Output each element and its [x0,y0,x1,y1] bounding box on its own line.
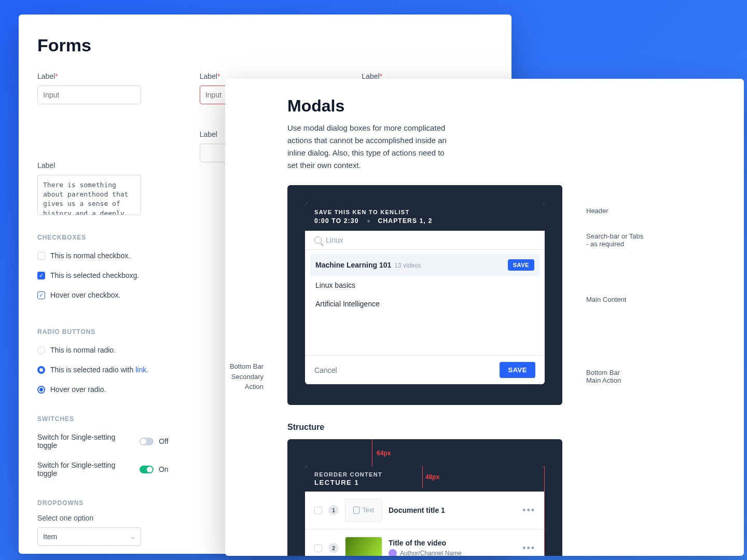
field-label-plain: Label [37,161,169,170]
textarea[interactable]: There is something about parenthood that… [37,175,141,215]
checkboxes-section-title: CHECKBOXES [37,234,169,241]
checkbox[interactable] [37,252,45,260]
text-input[interactable] [37,86,141,104]
radio-link[interactable]: link. [135,366,148,374]
modal-header-title: SAVE THIS KEN TO KENLIST [314,209,535,215]
item-title: Title of the video [389,539,462,547]
field-label: Label* [37,72,169,80]
checkbox-label: Hover over checkbox. [50,291,120,299]
switch-off[interactable] [140,438,154,445]
result-row[interactable]: Machine Learning 10113 videos SAVE [310,254,540,276]
modal-example-frame: SAVE THIS KEN TO KENLIST 0:00 TO 2:30 CH… [287,185,562,405]
switch-label: Switch for Single-setting toggle [37,461,134,478]
switch-state: Off [159,437,168,445]
list-item[interactable]: 1 Text Document title 1 ••• [305,492,545,529]
save-button[interactable]: SAVE [500,362,535,378]
modals-card: Modals Use modal dialog boxes for more c… [225,79,744,556]
modals-title: Modals [225,96,744,122]
list-item[interactable]: 2 Title of the video Author/Channel Name… [305,529,545,556]
modal-header-chapters: CHAPTERS 1, 2 [378,217,433,225]
save-pill-button[interactable]: SAVE [508,259,534,271]
anno-search-tabs: Search-bar or Tabs [586,232,676,240]
anno-search-tabs-sub: - as required [586,240,676,248]
radio-section-title: RADIO BUTTONS [37,328,169,335]
item-author: Author/Channel Name [400,550,462,556]
dropdown[interactable]: Item⌄ [37,527,141,546]
radio-label: This is selected radio with link. [50,366,148,374]
modal-dialog: SAVE THIS KEN TO KENLIST 0:00 TO 2:30 CH… [305,203,545,384]
search-icon [314,236,322,244]
more-icon[interactable]: ••• [522,505,535,516]
radio-hover[interactable] [37,386,45,394]
structure-example-frame: 64px 48px REORDER CONTENT LECTURE 1 1 Te… [287,439,562,556]
modal-header-time: 0:00 TO 2:30 [314,217,359,225]
checkbox-label: This is normal checkbox. [50,251,130,260]
checkbox[interactable] [314,507,322,514]
item-number-badge: 2 [328,543,339,553]
item-thumb-text: Text [345,499,382,522]
switch-label: Switch for Single-setting toggle [37,433,134,450]
modal-header: REORDER CONTENT LECTURE 1 [305,466,545,492]
checkbox-hover[interactable]: ✓ [37,291,45,299]
anno-bottom-bar: Bottom Bar [586,369,676,376]
search-value: Linux [326,236,343,244]
modal-header: SAVE THIS KEN TO KENLIST 0:00 TO 2:30 CH… [305,203,545,231]
checkbox-checked[interactable]: ✓ [37,272,45,279]
modal-results: Machine Learning 10113 videos SAVE Linux… [305,250,545,355]
dimension-label: 64px [377,450,391,457]
dropdowns-section-title: DROPDOWNS [37,499,169,507]
forms-title: Forms [37,35,493,55]
left-annotation-col: Bottom Bar Secondary Action [225,185,287,392]
checkbox[interactable] [314,544,322,552]
item-thumb-video [345,537,382,556]
anno-secondary-action: Secondary Action [225,372,264,392]
cancel-button[interactable]: Cancel [314,366,337,374]
anno-header: Header [586,207,676,215]
more-icon[interactable]: ••• [522,543,535,554]
switch-state: On [159,465,169,473]
avatar-icon [389,549,397,556]
right-annotation-col: Header Search-bar or Tabs - as required … [562,185,676,384]
dimension-line [544,466,545,556]
switch-on[interactable] [140,466,154,473]
result-row[interactable]: Linux basics [310,276,540,295]
structure-title: Structure [225,405,744,439]
item-number-badge: 1 [328,505,339,515]
modal-dialog: REORDER CONTENT LECTURE 1 1 Text Documen… [305,466,545,556]
modal-search-bar[interactable]: Linux [305,231,545,250]
radio-selected[interactable] [37,366,45,374]
dimension-line [372,439,372,466]
anno-main-action: Main Action [586,376,676,384]
modals-description: Use modal dialog boxes for more complica… [225,122,516,172]
item-title: Document title 1 [389,506,445,514]
modal-footer: Cancel SAVE [305,355,545,384]
switches-section-title: SWITCHES [37,415,169,423]
modal-header-subtitle: REORDER CONTENT [314,471,535,478]
radio-label: This is normal radio. [50,346,116,354]
radio-label: Hover over radio. [50,385,106,394]
modal-header-title: LECTURE 1 [314,479,535,486]
dropdown-help: Select one option [37,514,169,522]
separator-dot-icon [367,220,370,222]
chevron-down-icon: ⌄ [130,533,135,540]
anno-main-content: Main Content [586,296,676,303]
checkbox-label: This is selected checkboxg. [50,271,139,279]
radio[interactable] [37,346,45,354]
document-icon [353,507,359,514]
result-row[interactable]: Artificial Intelligence [310,295,540,313]
anno-bottom-bar: Bottom Bar [225,361,264,372]
